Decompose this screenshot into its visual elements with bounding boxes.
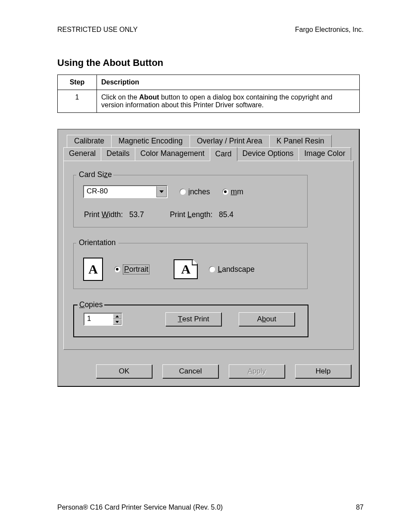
tab-general[interactable]: General [63,147,101,161]
footer-title: Persona® C16 Card Printer Service Manual… [57,504,223,511]
orientation-group: Orientation A Portrait A [73,243,308,289]
dialog-buttons: OK Cancel Apply Help [63,364,354,378]
copies-group: Copies 1 Test Print [73,305,308,337]
chevron-down-icon [115,321,119,323]
header-right: Fargo Electronics, Inc. [295,26,364,34]
about-button[interactable]: About [239,312,295,326]
landscape-radio[interactable]: Landscape [209,265,255,274]
col-description: Description [97,75,360,90]
tab-k-panel-resin[interactable]: K Panel Resin [269,135,332,147]
unit-inches-radio[interactable]: inches [180,187,210,196]
print-dimensions: Print Width: 53.7 Print Length: 85.4 [83,210,298,219]
tab-magnetic-encoding[interactable]: Magnetic Encoding [111,135,190,147]
apply-button[interactable]: Apply [229,364,285,378]
section-heading: Using the About Button [57,57,364,68]
tab-overlay-print-area[interactable]: Overlay / Print Area [190,135,270,147]
instructions-table: Step Description 1 Click on the About bu… [57,75,360,113]
tab-card[interactable]: Card [210,147,237,161]
print-length-value: 85.4 [219,210,234,219]
tab-image-color[interactable]: Image Color [299,147,351,161]
copies-stepper[interactable]: 1 [84,313,122,326]
card-tab-panel: Card Size CR-80 inches mm [63,161,354,350]
radio-icon [222,189,228,195]
test-print-button[interactable]: Test Print [165,312,221,326]
copies-value[interactable]: 1 [84,314,113,325]
tab-details[interactable]: Details [101,147,135,161]
orientation-legend: Orientation [77,238,118,247]
page-number: 87 [356,504,364,511]
card-size-select[interactable]: CR-80 [83,185,168,198]
help-button[interactable]: Help [295,364,351,378]
card-size-legend: Card Size [77,170,114,179]
copies-legend: Copies [78,300,104,309]
card-size-group: Card Size CR-80 inches mm [73,175,308,227]
page-header: RESTRICTED USE ONLY Fargo Electronics, I… [57,26,364,34]
properties-dialog: Calibrate Magnetic Encoding Overlay / Pr… [57,129,360,387]
row1-step: 1 [58,90,97,113]
header-left: RESTRICTED USE ONLY [57,26,137,34]
card-size-value: CR-80 [84,186,156,197]
landscape-icon: A [174,259,198,279]
print-length-label: Print Length: 85.4 [170,210,234,219]
radio-icon [180,189,186,195]
page-footer: Persona® C16 Card Printer Service Manual… [57,504,364,511]
print-width-label: Print Width: 53.7 [84,210,144,219]
print-width-value: 53.7 [129,210,144,219]
ok-button[interactable]: OK [96,364,152,378]
radio-icon [209,266,215,272]
row1-description: Click on the About button to open a dial… [97,90,360,113]
col-step: Step [58,75,97,90]
tab-color-management[interactable]: Color Management [135,147,210,161]
copies-spin-down[interactable] [113,319,121,325]
dropdown-icon[interactable] [156,186,167,197]
chevron-up-icon [115,315,119,317]
tab-calibrate[interactable]: Calibrate [67,135,112,147]
portrait-icon: A [83,258,103,281]
tab-strip: Calibrate Magnetic Encoding Overlay / Pr… [63,135,354,161]
cancel-button[interactable]: Cancel [162,364,218,378]
copies-spin-up[interactable] [113,314,121,319]
radio-icon [114,266,120,272]
tab-device-options[interactable]: Device Options [237,147,299,161]
unit-mm-radio[interactable]: mm [222,187,243,196]
chevron-down-icon [159,190,164,193]
portrait-radio[interactable]: Portrait [114,264,149,274]
